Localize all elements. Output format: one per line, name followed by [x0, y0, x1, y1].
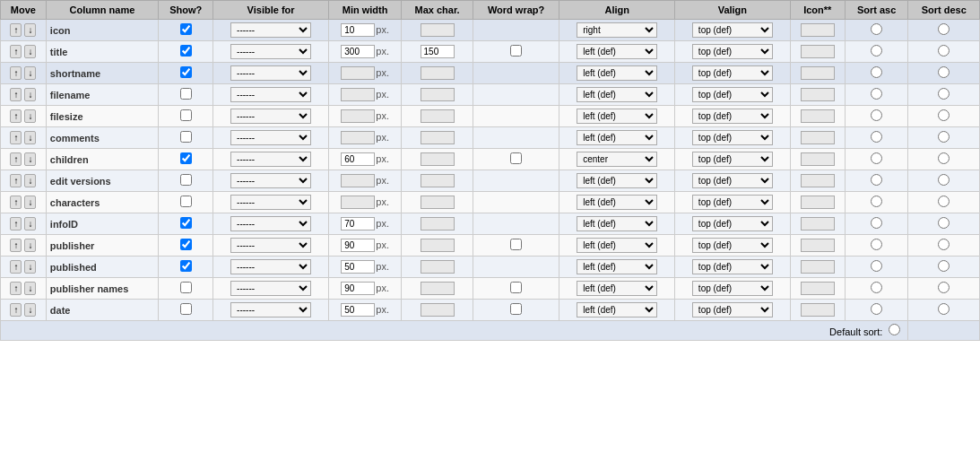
valign-select[interactable]: top (def)middlebottom	[692, 22, 773, 38]
min-width-input[interactable]	[341, 109, 375, 123]
move-up-button[interactable]: ↑	[10, 217, 22, 230]
min-width-input[interactable]	[341, 196, 375, 209]
max-char-input[interactable]	[421, 109, 455, 123]
move-up-button[interactable]: ↑	[10, 239, 22, 252]
move-up-button[interactable]: ↑	[10, 303, 22, 317]
icon-input[interactable]	[801, 45, 835, 58]
visible-for-select[interactable]: ------AdminEditorUser	[230, 22, 311, 38]
visible-for-select[interactable]: ------AdminEditorUser	[230, 173, 311, 188]
valign-select[interactable]: top (def)middlebottom	[692, 44, 773, 59]
move-up-button[interactable]: ↑	[10, 88, 22, 101]
word-wrap-checkbox[interactable]	[510, 152, 522, 164]
visible-for-select[interactable]: ------AdminEditorUser	[230, 238, 311, 253]
word-wrap-checkbox[interactable]	[510, 282, 522, 293]
move-down-button[interactable]: ↓	[24, 217, 36, 230]
max-char-input[interactable]	[421, 152, 455, 166]
move-up-button[interactable]: ↑	[10, 23, 22, 37]
align-select[interactable]: left (def)centerrightleftright (def)	[577, 152, 657, 167]
sort-desc-radio[interactable]	[938, 196, 950, 207]
show-checkbox[interactable]	[180, 174, 192, 186]
icon-input[interactable]	[801, 217, 835, 230]
align-select[interactable]: left (def)centerrightleftright (def)	[577, 216, 657, 231]
min-width-input[interactable]	[341, 45, 375, 58]
icon-input[interactable]	[801, 131, 835, 144]
valign-select[interactable]: top (def)middlebottom	[692, 216, 773, 231]
sort-desc-radio[interactable]	[938, 303, 950, 315]
align-select[interactable]: left (def)centerrightleftright (def)	[577, 281, 657, 296]
move-up-button[interactable]: ↑	[10, 131, 22, 144]
show-checkbox[interactable]	[180, 152, 192, 164]
sort-desc-radio[interactable]	[938, 282, 950, 293]
sort-desc-radio[interactable]	[938, 45, 950, 57]
show-checkbox[interactable]	[180, 196, 192, 207]
sort-asc-radio[interactable]	[871, 45, 882, 57]
sort-desc-radio[interactable]	[938, 152, 950, 164]
sort-asc-radio[interactable]	[871, 66, 882, 78]
sort-asc-radio[interactable]	[871, 282, 882, 293]
move-up-button[interactable]: ↑	[10, 152, 22, 166]
visible-for-select[interactable]: ------AdminEditorUser	[230, 44, 311, 59]
sort-asc-radio[interactable]	[871, 131, 882, 143]
move-up-button[interactable]: ↑	[10, 66, 22, 80]
max-char-input[interactable]	[421, 131, 455, 144]
valign-select[interactable]: top (def)middlebottom	[692, 195, 773, 210]
valign-select[interactable]: top (def)middlebottom	[692, 87, 773, 102]
min-width-input[interactable]	[341, 131, 375, 144]
show-checkbox[interactable]	[180, 131, 192, 143]
show-checkbox[interactable]	[180, 45, 192, 57]
sort-asc-radio[interactable]	[871, 109, 882, 121]
sort-desc-radio[interactable]	[938, 174, 950, 186]
visible-for-select[interactable]: ------AdminEditorUser	[230, 87, 311, 102]
visible-for-select[interactable]: ------AdminEditorUser	[230, 216, 311, 231]
sort-desc-radio[interactable]	[938, 109, 950, 121]
default-sort-radio[interactable]	[889, 324, 900, 335]
valign-select[interactable]: top (def)middlebottom	[692, 130, 773, 145]
icon-input[interactable]	[801, 174, 835, 187]
valign-select[interactable]: top (def)middlebottom	[692, 259, 773, 274]
min-width-input[interactable]	[341, 88, 375, 101]
sort-asc-radio[interactable]	[871, 174, 882, 186]
icon-input[interactable]	[801, 88, 835, 101]
sort-desc-radio[interactable]	[938, 66, 950, 78]
move-down-button[interactable]: ↓	[24, 303, 36, 317]
min-width-input[interactable]	[341, 23, 375, 37]
icon-input[interactable]	[801, 23, 835, 37]
min-width-input[interactable]	[341, 303, 375, 317]
show-checkbox[interactable]	[180, 282, 192, 293]
icon-input[interactable]	[801, 152, 835, 166]
valign-select[interactable]: top (def)middlebottom	[692, 281, 773, 296]
sort-desc-radio[interactable]	[938, 217, 950, 229]
move-down-button[interactable]: ↓	[24, 66, 36, 80]
max-char-input[interactable]	[421, 217, 455, 230]
sort-asc-radio[interactable]	[871, 239, 882, 250]
align-select[interactable]: left (def)centerrightleftright (def)	[577, 302, 657, 317]
max-char-input[interactable]	[421, 23, 455, 37]
word-wrap-checkbox[interactable]	[510, 45, 522, 57]
valign-select[interactable]: top (def)middlebottom	[692, 109, 773, 124]
min-width-input[interactable]	[341, 282, 375, 295]
align-select[interactable]: left (def)centerrightleftright (def)	[577, 259, 657, 274]
show-checkbox[interactable]	[180, 23, 192, 35]
sort-desc-radio[interactable]	[938, 88, 950, 100]
visible-for-select[interactable]: ------AdminEditorUser	[230, 259, 311, 274]
visible-for-select[interactable]: ------AdminEditorUser	[230, 281, 311, 296]
align-select[interactable]: left (def)centerrightleftright (def)	[577, 22, 657, 38]
move-down-button[interactable]: ↓	[24, 174, 36, 187]
valign-select[interactable]: top (def)middlebottom	[692, 152, 773, 167]
max-char-input[interactable]	[421, 174, 455, 187]
sort-asc-radio[interactable]	[871, 260, 882, 272]
move-down-button[interactable]: ↓	[24, 196, 36, 209]
move-down-button[interactable]: ↓	[24, 282, 36, 295]
align-select[interactable]: left (def)centerrightleftright (def)	[577, 87, 657, 102]
show-checkbox[interactable]	[180, 88, 192, 100]
min-width-input[interactable]	[341, 174, 375, 187]
visible-for-select[interactable]: ------AdminEditorUser	[230, 302, 311, 317]
word-wrap-checkbox[interactable]	[510, 303, 522, 315]
max-char-input[interactable]	[421, 260, 455, 274]
align-select[interactable]: left (def)centerrightleftright (def)	[577, 195, 657, 210]
min-width-input[interactable]	[341, 260, 375, 274]
move-down-button[interactable]: ↓	[24, 109, 36, 123]
align-select[interactable]: left (def)centerrightleftright (def)	[577, 109, 657, 124]
max-char-input[interactable]	[421, 88, 455, 101]
sort-desc-radio[interactable]	[938, 260, 950, 272]
